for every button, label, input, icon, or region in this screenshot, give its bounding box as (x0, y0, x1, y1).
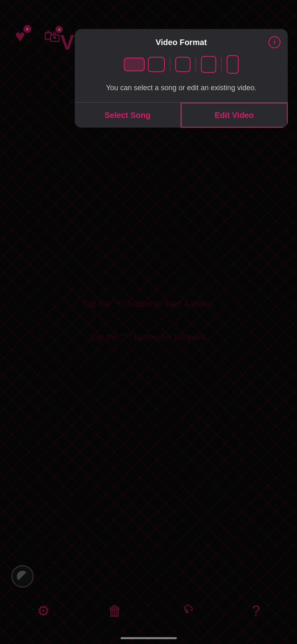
select-song-button[interactable]: Select Song (75, 103, 181, 128)
format-selector-row (75, 51, 288, 80)
video-format-modal: Video Format i You can select a song or … (75, 29, 288, 128)
modal-description: You can select a song or edit an existin… (75, 80, 288, 102)
format-divider-3 (221, 57, 222, 72)
format-divider (170, 57, 170, 72)
format-tall-button[interactable] (227, 55, 239, 74)
format-square-button[interactable] (175, 57, 190, 72)
edit-video-button[interactable]: Edit Video (181, 103, 288, 128)
format-sq-wide-button[interactable] (148, 57, 165, 72)
info-button[interactable]: i (268, 36, 281, 48)
format-wide-button[interactable] (124, 58, 145, 71)
format-sq-tall-button[interactable] (201, 56, 216, 73)
home-indicator (121, 637, 177, 639)
format-divider-2 (195, 57, 196, 72)
modal-header: Video Format i (75, 29, 288, 51)
modal-action-row: Select Song Edit Video (75, 103, 288, 128)
modal-title: Video Format (156, 38, 207, 47)
